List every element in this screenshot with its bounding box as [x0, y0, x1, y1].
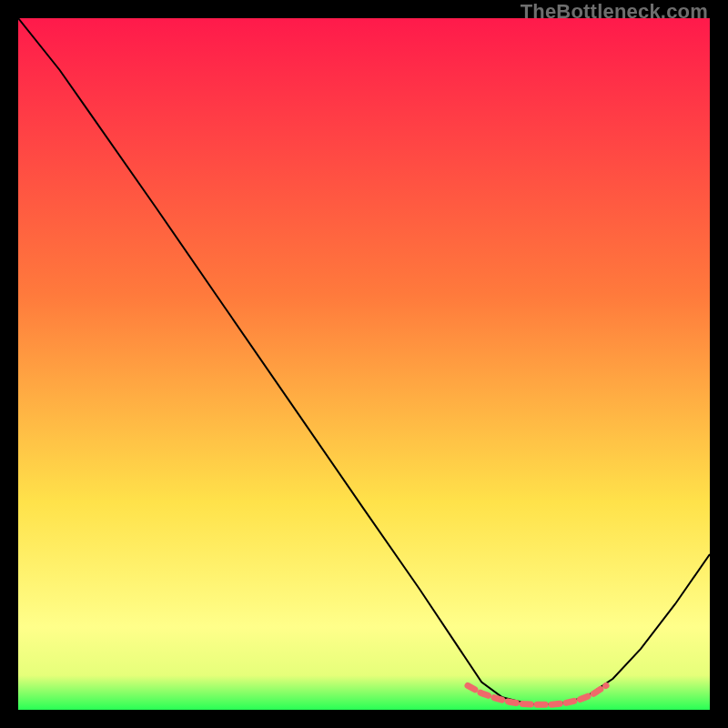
chart-container: TheBottleneck.com — [0, 0, 728, 728]
gradient-background — [18, 18, 710, 710]
watermark-text: TheBottleneck.com — [521, 0, 708, 24]
plot-area — [18, 18, 710, 710]
chart-svg — [18, 18, 710, 710]
